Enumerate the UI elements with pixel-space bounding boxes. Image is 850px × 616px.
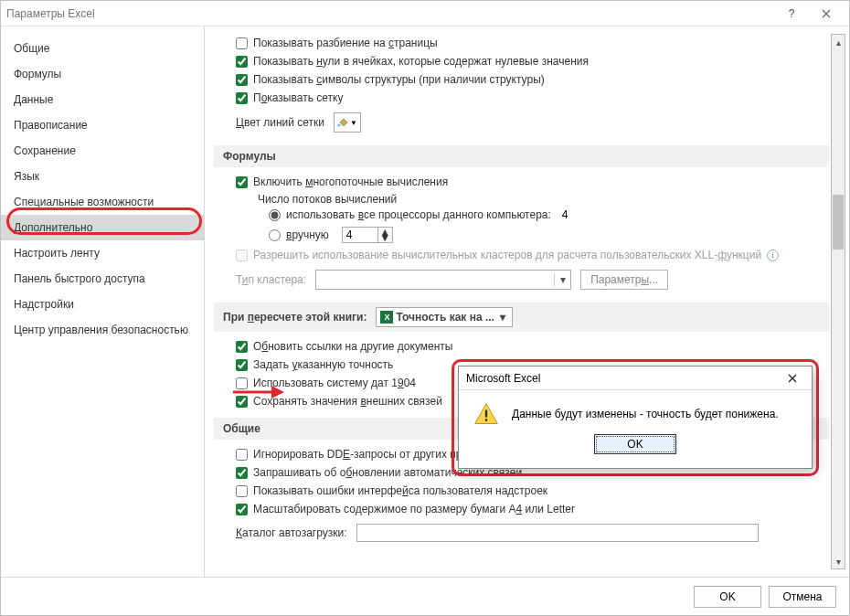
opt-autostart-label: Каталог автозагрузки: (236, 526, 347, 539)
group-recalc: При пересчете этой книги: X Точность как… (214, 303, 829, 332)
sidebar-item-formulas[interactable]: Формулы (1, 61, 204, 87)
sidebar-item-addins[interactable]: Надстройки (1, 292, 204, 317)
opt-addin-errors-check[interactable] (236, 485, 248, 497)
sidebar-item-access[interactable]: Специальные возможности (1, 189, 204, 215)
chevron-down-icon: ▾ (497, 311, 508, 324)
cluster-type-combo[interactable]: ▾ (315, 270, 571, 290)
opt-scale-a4-label: Масштабировать содержимое по размеру бум… (253, 503, 575, 515)
opt-update-links-check[interactable] (236, 341, 248, 353)
sidebar-item-save[interactable]: Сохранение (1, 138, 204, 164)
spinner-buttons[interactable]: ▲▼ (378, 227, 393, 243)
sidebar-item-ribbon[interactable]: Настроить ленту (1, 240, 204, 266)
excel-icon: X (380, 311, 393, 324)
radio-manual-cpu-label: вручную (286, 228, 329, 241)
opt-show-gridlines-check[interactable] (236, 92, 248, 104)
opt-update-links[interactable]: Обновить ссылки на другие документы (214, 337, 829, 356)
thread-count-input[interactable] (342, 227, 378, 243)
workbook-selector[interactable]: X Точность как на ... ▾ (376, 307, 513, 327)
opt-gridline-color-row: Цвет линий сетки ▼ (214, 107, 829, 138)
radio-all-cpu[interactable]: использовать все процессоры данного комп… (269, 206, 829, 224)
group-formulas: Формулы (214, 145, 829, 167)
opt-scale-a4[interactable]: Масштабировать содержимое по размеру бум… (214, 500, 829, 518)
opt-outline-symbols-check[interactable] (236, 74, 248, 86)
bucket-icon (337, 117, 348, 128)
info-icon[interactable]: i (767, 250, 779, 261)
gridline-color-picker[interactable]: ▼ (334, 112, 361, 133)
window-title: Параметры Excel (6, 7, 95, 20)
scroll-up[interactable]: ▴ (832, 35, 845, 49)
vertical-scrollbar[interactable]: ▴ ▾ (831, 34, 845, 569)
sidebar-item-trust[interactable]: Центр управления безопасностью (1, 317, 204, 343)
autostart-path-input[interactable] (356, 524, 759, 542)
msgbox-ok-button[interactable]: OK (594, 434, 676, 454)
titlebar: Параметры Excel ? (1, 1, 849, 27)
sidebar-item-general[interactable]: Общие (1, 36, 204, 61)
sidebar-item-language[interactable]: Язык (1, 164, 204, 189)
opt-page-breaks[interactable]: Показывать разбиение на страницы (214, 34, 829, 52)
opt-outline-symbols-label: Показывать символы структуры (при наличи… (253, 73, 545, 86)
opt-1904-date-label: Использовать систему дат 1904 (253, 377, 416, 389)
svg-rect-3 (485, 419, 487, 421)
opt-gridline-color-label: Цвет линий сетки (236, 116, 324, 129)
cluster-type-row: Тип кластера: ▾ Параметры... (214, 264, 829, 295)
svg-rect-2 (485, 410, 487, 418)
opt-precision-as-displayed-check[interactable] (236, 359, 248, 371)
dialog-footer: OK Отмена (1, 577, 849, 615)
opt-1904-date-check[interactable] (236, 377, 248, 389)
close-button[interactable] (809, 1, 844, 27)
msgbox-text: Данные будут изменены - точность будет п… (512, 408, 779, 420)
opt-show-zeros[interactable]: Показывать нули в ячейках, которые содер… (214, 52, 829, 70)
opt-xll-cluster-check (236, 250, 248, 261)
advanced-options-panel: Показывать разбиение на страницы Показыв… (214, 34, 829, 569)
opt-update-links-label: Обновить ссылки на другие документы (253, 340, 452, 353)
opt-show-zeros-label: Показывать нули в ячейках, которые содер… (253, 55, 589, 68)
sidebar-item-data[interactable]: Данные (1, 87, 204, 112)
radio-all-cpu-label: использовать все процессоры данного комп… (286, 208, 551, 221)
opt-multithread-label: Включить многопоточные вычисления (253, 175, 448, 188)
opt-page-breaks-label: Показывать разбиение на страницы (253, 37, 438, 49)
opt-outline-symbols[interactable]: Показывать символы структуры (при наличи… (214, 70, 829, 89)
opt-scale-a4-check[interactable] (236, 504, 248, 515)
opt-addin-errors[interactable]: Показывать ошибки интерфейса пользовател… (214, 482, 829, 500)
opt-precision-as-displayed-label: Задать указанную точность (253, 358, 393, 371)
opt-addin-errors-label: Показывать ошибки интерфейса пользовател… (253, 484, 547, 497)
opt-multithread[interactable]: Включить многопоточные вычисления (214, 173, 829, 191)
warning-icon (473, 401, 499, 427)
opt-multithread-check[interactable] (236, 176, 248, 188)
opt-ignore-dde-check[interactable] (236, 449, 248, 461)
scroll-thumb[interactable] (833, 195, 844, 250)
opt-show-gridlines-label: Показывать сетку (253, 91, 343, 104)
sidebar-item-proofing[interactable]: Правописание (1, 112, 204, 138)
opt-xll-cluster: Разрешить использование вычислительных к… (214, 246, 829, 264)
workbook-selector-label: Точность как на ... (396, 311, 494, 324)
radio-manual-cpu[interactable]: вручную ▲▼ (269, 224, 829, 246)
cancel-button[interactable]: Отмена (769, 586, 836, 608)
help-button[interactable]: ? (774, 1, 809, 27)
msgbox-title: Microsoft Excel (466, 372, 540, 385)
opt-show-gridlines[interactable]: Показывать сетку (214, 89, 829, 107)
opt-xll-cluster-label: Разрешить использование вычислительных к… (253, 249, 761, 261)
sidebar-item-advanced[interactable]: Дополнительно (1, 215, 204, 240)
excel-options-window: Параметры Excel ? Общие Формулы Данные П… (0, 0, 850, 616)
cluster-type-label: Тип кластера: (236, 273, 306, 286)
cluster-params-button: Параметры... (580, 270, 668, 290)
ok-button[interactable]: OK (694, 586, 761, 608)
sidebar: Общие Формулы Данные Правописание Сохран… (1, 27, 205, 577)
opt-ask-update-check[interactable] (236, 467, 248, 479)
opt-save-ext-links-check[interactable] (236, 396, 248, 408)
msgbox-close-button[interactable] (781, 369, 804, 388)
scroll-down[interactable]: ▾ (832, 554, 845, 568)
radio-manual-cpu-input[interactable] (269, 229, 281, 241)
close-icon (822, 9, 831, 18)
opt-autostart-row: Каталог автозагрузки: (214, 518, 829, 547)
chevron-down-icon: ▼ (350, 119, 357, 127)
msgbox-titlebar: Microsoft Excel (459, 366, 812, 390)
radio-all-cpu-input[interactable] (269, 209, 281, 221)
opt-page-breaks-check[interactable] (236, 37, 248, 49)
chevron-down-icon: ▾ (554, 273, 570, 286)
msgbox-precision-warning: Microsoft Excel Данные будут изменены - … (458, 366, 813, 469)
sidebar-item-qat[interactable]: Панель быстрого доступа (1, 266, 204, 292)
close-icon (788, 374, 797, 383)
opt-show-zeros-check[interactable] (236, 56, 248, 68)
thread-count-spinner[interactable]: ▲▼ (342, 227, 393, 243)
